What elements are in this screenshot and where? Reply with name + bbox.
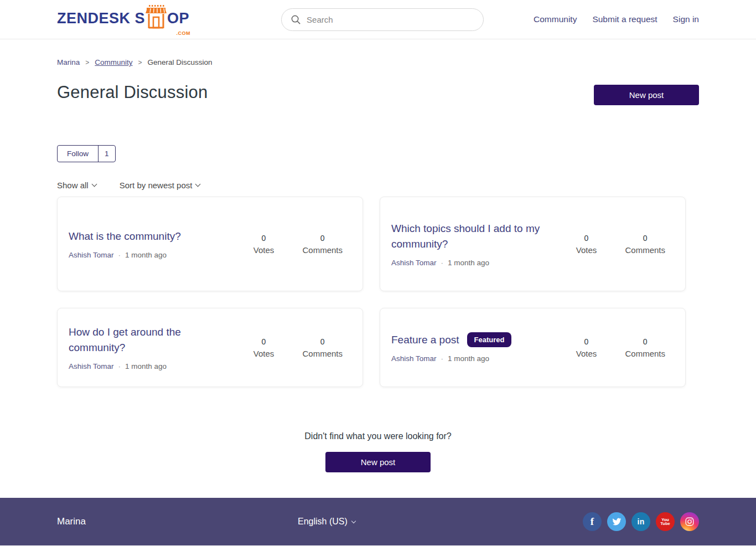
follow-label: Follow <box>58 146 98 162</box>
chevron-down-icon <box>351 518 356 523</box>
filter-row: Show all Sort by newest post <box>57 181 699 190</box>
follow-button[interactable]: Follow 1 <box>57 145 116 162</box>
sort-by-label: Sort by newest post <box>120 181 193 190</box>
linkedin-icon[interactable]: in <box>631 512 650 531</box>
comments-label: Comments <box>302 245 343 255</box>
post-timestamp: 1 month ago <box>448 354 489 363</box>
votes-stat: 0 Votes <box>249 234 278 255</box>
new-post-button-bottom[interactable]: New post <box>325 452 431 472</box>
main-nav: Community Submit a request Sign in <box>534 14 699 24</box>
post-title-link[interactable]: What is the community? <box>69 229 181 244</box>
comments-stat: 0 Comments <box>625 337 665 358</box>
logo-text-right: OP <box>167 7 189 29</box>
comments-count: 0 <box>625 337 665 346</box>
post-card[interactable]: Feature a post Featured Ashish Tomar · 1… <box>380 308 686 387</box>
post-card[interactable]: What is the community? Ashish Tomar · 1 … <box>57 197 363 291</box>
site-logo[interactable]: ZENDESK S OP .COM <box>57 7 189 32</box>
comments-stat: 0 Comments <box>625 234 665 255</box>
nav-community-link[interactable]: Community <box>534 14 577 24</box>
post-card[interactable]: How do I get around the community? Ashis… <box>57 308 363 387</box>
language-selector[interactable]: English (US) <box>298 517 355 527</box>
new-post-button-top[interactable]: New post <box>594 85 699 105</box>
votes-label: Votes <box>249 245 278 255</box>
votes-count: 0 <box>572 337 600 346</box>
post-title-link[interactable]: How do I get around the community? <box>69 324 238 355</box>
logo-com-suffix: .COM <box>177 30 191 36</box>
show-all-label: Show all <box>57 181 89 190</box>
chevron-down-icon <box>195 182 201 187</box>
post-timestamp: 1 month ago <box>125 251 167 259</box>
breadcrumb-current-page: General Discussion <box>148 58 213 66</box>
meta-separator: · <box>118 362 121 370</box>
breadcrumb-marina-link[interactable]: Marina <box>57 58 80 66</box>
nav-sign-in-link[interactable]: Sign in <box>673 14 699 24</box>
search-icon <box>291 14 301 25</box>
header: ZENDESK S OP .COM <box>0 0 756 39</box>
footer: Marina English (US) f in You Tube <box>0 498 756 545</box>
breadcrumb-separator: > <box>85 59 89 66</box>
meta-separator: · <box>118 251 121 259</box>
comments-count: 0 <box>302 337 343 346</box>
post-timestamp: 1 month ago <box>448 259 489 267</box>
show-all-dropdown[interactable]: Show all <box>57 181 96 190</box>
search-bar[interactable] <box>281 8 484 31</box>
breadcrumb-community-link[interactable]: Community <box>95 58 132 66</box>
post-author: Ashish Tomar <box>391 354 437 363</box>
comments-label: Comments <box>625 245 665 255</box>
votes-count: 0 <box>572 234 600 243</box>
breadcrumb: Marina > Community > General Discussion <box>57 58 699 66</box>
meta-separator: · <box>441 354 444 363</box>
cta-text: Didn't find what you were looking for? <box>57 431 699 441</box>
comments-count: 0 <box>625 234 665 243</box>
comments-label: Comments <box>625 349 665 358</box>
twitter-icon[interactable] <box>607 512 626 531</box>
footer-site-name: Marina <box>57 516 86 527</box>
follow-count: 1 <box>98 146 115 162</box>
votes-label: Votes <box>249 349 278 358</box>
votes-count: 0 <box>249 234 278 243</box>
facebook-icon[interactable]: f <box>583 512 602 531</box>
votes-label: Votes <box>572 349 600 358</box>
breadcrumb-separator: > <box>138 59 142 66</box>
featured-badge: Featured <box>467 332 512 347</box>
search-input[interactable] <box>307 15 474 24</box>
post-title-link[interactable]: Which topics should I add to my communit… <box>391 221 561 251</box>
post-list: What is the community? Ashish Tomar · 1 … <box>57 197 686 387</box>
votes-count: 0 <box>249 337 278 346</box>
votes-stat: 0 Votes <box>572 234 600 255</box>
post-author: Ashish Tomar <box>69 362 114 370</box>
youtube-icon[interactable]: You Tube <box>656 512 675 531</box>
chevron-down-icon <box>91 182 97 187</box>
storefront-icon <box>146 5 167 29</box>
nav-submit-request-link[interactable]: Submit a request <box>592 14 657 24</box>
page-title: General Discussion <box>57 83 208 102</box>
votes-stat: 0 Votes <box>249 337 278 358</box>
comments-stat: 0 Comments <box>302 234 343 255</box>
social-links: f in You Tube <box>583 512 699 531</box>
title-row: General Discussion New post <box>57 83 699 105</box>
votes-label: Votes <box>572 245 600 255</box>
post-timestamp: 1 month ago <box>125 362 167 370</box>
logo-text-left: ZENDESK S <box>57 7 145 29</box>
instagram-icon[interactable] <box>680 512 699 531</box>
cta-section: Didn't find what you were looking for? N… <box>57 431 699 472</box>
comments-label: Comments <box>302 349 343 358</box>
comments-stat: 0 Comments <box>302 337 343 358</box>
meta-separator: · <box>441 259 444 267</box>
post-author: Ashish Tomar <box>391 259 437 267</box>
language-label: English (US) <box>298 517 348 527</box>
votes-stat: 0 Votes <box>572 337 600 358</box>
post-title-link[interactable]: Feature a post <box>391 332 459 348</box>
post-card[interactable]: Which topics should I add to my communit… <box>380 197 686 291</box>
post-author: Ashish Tomar <box>69 251 114 259</box>
comments-count: 0 <box>302 234 343 243</box>
sort-by-dropdown[interactable]: Sort by newest post <box>120 181 200 190</box>
